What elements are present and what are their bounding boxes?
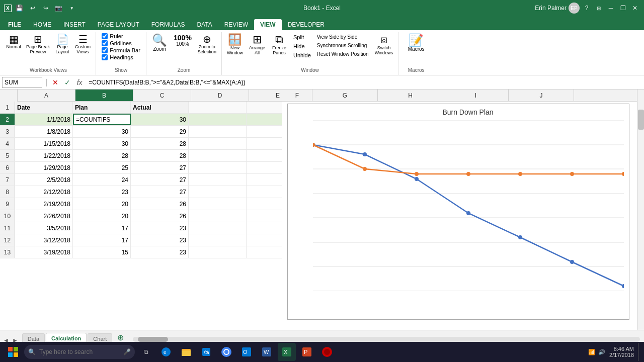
- cell-A3[interactable]: 1/8/2018: [15, 126, 73, 137]
- cell-D10[interactable]: [189, 210, 247, 222]
- col-header-A[interactable]: A: [18, 89, 75, 101]
- tab-pagelayout[interactable]: PAGE LAYOUT: [92, 19, 145, 30]
- btn-macros[interactable]: 📝 Macros: [406, 33, 427, 53]
- quick-access-undo[interactable]: ↩: [28, 3, 38, 13]
- cell-A8[interactable]: 2/12/2018: [15, 186, 73, 198]
- btn-normal[interactable]: ▦ Normal: [4, 33, 23, 50]
- cell-E2[interactable]: [247, 114, 282, 125]
- btn-view-side-by-side[interactable]: View Side by Side: [315, 33, 371, 41]
- col-header-C[interactable]: C: [133, 89, 191, 101]
- cell-C12[interactable]: 23: [131, 234, 189, 246]
- cell-D11[interactable]: [189, 222, 247, 234]
- cell-D6[interactable]: [189, 162, 247, 173]
- btn-hide[interactable]: Hide: [291, 42, 313, 50]
- cell-A6[interactable]: 1/29/2018: [15, 162, 73, 173]
- col-header-J[interactable]: J: [509, 89, 574, 101]
- btn-freeze-panes[interactable]: ⧉ FreezePanes: [269, 33, 289, 56]
- col-header-B[interactable]: B: [75, 89, 133, 101]
- cell-E5[interactable]: [247, 150, 282, 161]
- cell-D2[interactable]: [189, 114, 247, 125]
- cell-D13[interactable]: [189, 246, 247, 258]
- excel-taskbar-btn[interactable]: X: [278, 343, 296, 361]
- word-btn[interactable]: W: [258, 343, 276, 361]
- cell-B2[interactable]: =COUNTIFS: [73, 114, 131, 125]
- chrome-btn[interactable]: [217, 343, 235, 361]
- cell-D1[interactable]: [189, 102, 247, 113]
- network-icon[interactable]: 📶: [588, 349, 595, 355]
- start-button[interactable]: [4, 343, 22, 361]
- name-box[interactable]: [2, 77, 42, 88]
- btn-sync-scrolling[interactable]: Synchronous Scrolling: [315, 42, 371, 49]
- task-view-btn[interactable]: ⧉: [137, 343, 155, 361]
- cell-E11[interactable]: [247, 222, 282, 234]
- btn-split[interactable]: Split: [291, 33, 313, 41]
- sound-icon[interactable]: 🔊: [598, 349, 605, 355]
- tab-file[interactable]: FILE: [2, 19, 27, 30]
- cell-B10[interactable]: 20: [73, 210, 131, 222]
- btn-custom-views[interactable]: ☰ CustomViews: [73, 33, 93, 55]
- quick-access-save[interactable]: 💾: [15, 3, 25, 13]
- store-btn[interactable]: 🛍: [197, 343, 215, 361]
- cell-E4[interactable]: [247, 138, 282, 149]
- cell-B4[interactable]: 30: [73, 138, 131, 149]
- cell-E8[interactable]: [247, 186, 282, 198]
- checkbox-gridlines[interactable]: Gridlines: [102, 40, 140, 46]
- cell-C7[interactable]: 27: [131, 174, 189, 186]
- quick-access-screenshot[interactable]: 📷: [54, 3, 64, 13]
- cell-A5[interactable]: 1/22/2018: [15, 150, 73, 161]
- cell-D8[interactable]: [189, 186, 247, 198]
- cell-E1[interactable]: [247, 102, 282, 113]
- tab-formulas[interactable]: FORMULAS: [145, 19, 191, 30]
- cell-C5[interactable]: 28: [131, 150, 189, 161]
- tab-view[interactable]: VIEW: [254, 19, 282, 30]
- cell-E12[interactable]: [247, 234, 282, 246]
- cell-D4[interactable]: [189, 138, 247, 149]
- btn-reset-position[interactable]: Reset Window Position: [315, 50, 371, 58]
- cell-A1[interactable]: Date: [15, 102, 73, 113]
- user-avatar[interactable]: EP: [569, 3, 580, 14]
- btn-zoom-100[interactable]: 100% 100%: [172, 33, 194, 48]
- file-explorer-btn[interactable]: [177, 343, 195, 361]
- cell-D9[interactable]: [189, 198, 247, 210]
- minimize-btn[interactable]: ─: [606, 3, 616, 13]
- col-header-H[interactable]: H: [378, 89, 443, 101]
- cell-E13[interactable]: [247, 246, 282, 258]
- taskbar-search[interactable]: [24, 345, 135, 359]
- cell-B5[interactable]: 28: [73, 150, 131, 161]
- close-btn[interactable]: ✕: [630, 3, 640, 13]
- powerpoint-btn[interactable]: P: [298, 343, 316, 361]
- chart-object[interactable]: Burn Down Plan 35 30 25 20 15 10 5 0: [287, 104, 629, 320]
- btn-unhide[interactable]: Unhide: [291, 51, 313, 59]
- help-btn[interactable]: ?: [582, 3, 592, 13]
- tab-insert[interactable]: INSERT: [57, 19, 92, 30]
- cell-A7[interactable]: 2/5/2018: [15, 174, 73, 186]
- cell-A4[interactable]: 1/15/2018: [15, 138, 73, 149]
- checkbox-ruler[interactable]: Ruler: [102, 33, 140, 39]
- horizontal-scrollbar[interactable]: [133, 337, 640, 342]
- cell-C10[interactable]: 26: [131, 210, 189, 222]
- checkbox-headings[interactable]: Headings: [102, 54, 140, 60]
- cell-B12[interactable]: 17: [73, 234, 131, 246]
- cell-C1[interactable]: Actual: [131, 102, 189, 113]
- tab-developer[interactable]: DEVELOPER: [282, 19, 331, 30]
- cell-D5[interactable]: [189, 150, 247, 161]
- edge-btn[interactable]: e: [157, 343, 175, 361]
- cell-D12[interactable]: [189, 234, 247, 246]
- cell-C3[interactable]: 29: [131, 126, 189, 137]
- tab-review[interactable]: REVIEW: [218, 19, 254, 30]
- col-header-I[interactable]: I: [443, 89, 509, 101]
- cell-E9[interactable]: [247, 198, 282, 210]
- col-header-G[interactable]: G: [312, 89, 378, 101]
- cell-D3[interactable]: [189, 126, 247, 137]
- formula-input[interactable]: [87, 77, 642, 88]
- cell-E3[interactable]: [247, 126, 282, 137]
- cell-C11[interactable]: 23: [131, 222, 189, 234]
- cell-B6[interactable]: 25: [73, 162, 131, 173]
- cell-C8[interactable]: 27: [131, 186, 189, 198]
- checkbox-formula-bar[interactable]: Formula Bar: [102, 47, 140, 53]
- btn-page-break[interactable]: ⊞ Page BreakPreview: [24, 33, 52, 55]
- vertical-scrollbar[interactable]: [637, 89, 644, 330]
- cancel-btn[interactable]: ✕: [50, 77, 60, 87]
- cell-B1[interactable]: Plan: [73, 102, 131, 113]
- col-header-F[interactable]: F: [282, 89, 312, 101]
